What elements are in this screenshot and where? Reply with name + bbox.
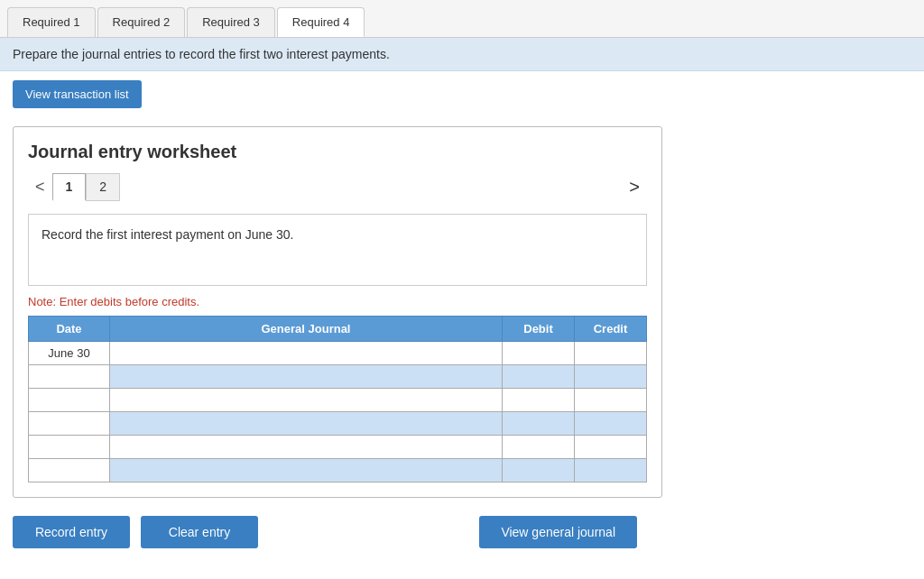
- journal-input[interactable]: [110, 459, 502, 482]
- debit-cell[interactable]: [503, 436, 575, 459]
- credit-cell[interactable]: [575, 436, 647, 459]
- view-transaction-list-button[interactable]: View transaction list: [13, 80, 142, 108]
- bottom-buttons: Record entry Clear entry View general jo…: [0, 507, 650, 557]
- credit-input[interactable]: [575, 342, 646, 364]
- credit-cell[interactable]: [575, 412, 647, 436]
- tab-required2[interactable]: Required 2: [97, 7, 186, 37]
- table-row: [29, 459, 647, 482]
- journal-entry-cell[interactable]: [110, 365, 503, 389]
- tab-required1[interactable]: Required 1: [7, 7, 96, 37]
- table-row: [29, 436, 647, 459]
- journal-entry-cell[interactable]: [110, 436, 503, 459]
- col-header-credit: Credit: [575, 317, 647, 342]
- date-cell: [29, 436, 110, 459]
- credit-input[interactable]: [575, 389, 646, 411]
- journal-entry-cell[interactable]: [110, 412, 503, 436]
- credit-cell[interactable]: [575, 459, 647, 482]
- debit-cell[interactable]: [503, 389, 575, 412]
- tab-required4[interactable]: Required 4: [277, 7, 365, 37]
- debit-input[interactable]: [503, 365, 574, 388]
- toolbar: View transaction list: [0, 71, 924, 117]
- debit-input[interactable]: [503, 389, 574, 411]
- instruction-box: Record the first interest payment on Jun…: [28, 214, 647, 286]
- page-tab-2[interactable]: 2: [86, 173, 120, 201]
- credit-cell[interactable]: [575, 365, 647, 389]
- instruction-text: Record the first interest payment on Jun…: [42, 227, 293, 242]
- journal-input[interactable]: [110, 365, 502, 388]
- worksheet: Journal entry worksheet < 1 2 > Record t…: [13, 126, 662, 498]
- info-banner: Prepare the journal entries to record th…: [0, 38, 924, 71]
- page-navigation: < 1 2 >: [28, 173, 647, 201]
- col-header-date: Date: [29, 317, 110, 342]
- view-general-journal-button[interactable]: View general journal: [479, 516, 637, 548]
- debit-input[interactable]: [503, 412, 574, 435]
- credit-input[interactable]: [575, 459, 646, 482]
- table-row: June 30: [29, 342, 647, 365]
- note-text: Note: Enter debits before credits.: [28, 295, 647, 308]
- journal-input[interactable]: [110, 389, 502, 411]
- tab-bar: Required 1 Required 2 Required 3 Require…: [0, 0, 924, 38]
- worksheet-title: Journal entry worksheet: [28, 142, 647, 162]
- debit-cell[interactable]: [503, 412, 575, 436]
- credit-input[interactable]: [575, 412, 646, 435]
- date-cell: [29, 389, 110, 412]
- page-tab-1[interactable]: 1: [52, 173, 87, 201]
- credit-input[interactable]: [575, 436, 646, 458]
- journal-table: Date General Journal Debit Credit June 3…: [28, 316, 647, 482]
- debit-cell[interactable]: [503, 342, 575, 365]
- page-tabs: 1 2: [52, 173, 121, 201]
- debit-cell[interactable]: [503, 459, 575, 482]
- journal-entry-cell[interactable]: [110, 459, 503, 482]
- table-row: [29, 365, 647, 389]
- credit-input[interactable]: [575, 365, 646, 388]
- date-cell: [29, 365, 110, 389]
- col-header-debit: Debit: [503, 317, 575, 342]
- debit-cell[interactable]: [503, 365, 575, 389]
- record-entry-button[interactable]: Record entry: [13, 516, 130, 548]
- journal-input[interactable]: [110, 436, 502, 458]
- date-cell: [29, 412, 110, 436]
- credit-cell[interactable]: [575, 389, 647, 412]
- next-page-arrow[interactable]: >: [622, 173, 647, 201]
- table-header-row: Date General Journal Debit Credit: [29, 317, 647, 342]
- table-row: [29, 412, 647, 436]
- journal-entry-cell[interactable]: [110, 389, 503, 412]
- date-cell: June 30: [29, 342, 110, 365]
- journal-input[interactable]: [110, 342, 502, 364]
- main-content: Journal entry worksheet < 1 2 > Record t…: [0, 117, 924, 507]
- debit-input[interactable]: [503, 342, 574, 364]
- date-cell: [29, 459, 110, 482]
- debit-input[interactable]: [503, 436, 574, 458]
- info-banner-text: Prepare the journal entries to record th…: [13, 47, 390, 61]
- col-header-journal: General Journal: [110, 317, 503, 342]
- tab-required3[interactable]: Required 3: [187, 7, 275, 37]
- debit-input[interactable]: [503, 459, 574, 482]
- prev-page-arrow[interactable]: <: [28, 174, 52, 200]
- clear-entry-button[interactable]: Clear entry: [141, 516, 258, 548]
- table-row: [29, 389, 647, 412]
- journal-input[interactable]: [110, 412, 502, 435]
- credit-cell[interactable]: [575, 342, 647, 365]
- journal-entry-cell[interactable]: [110, 342, 503, 365]
